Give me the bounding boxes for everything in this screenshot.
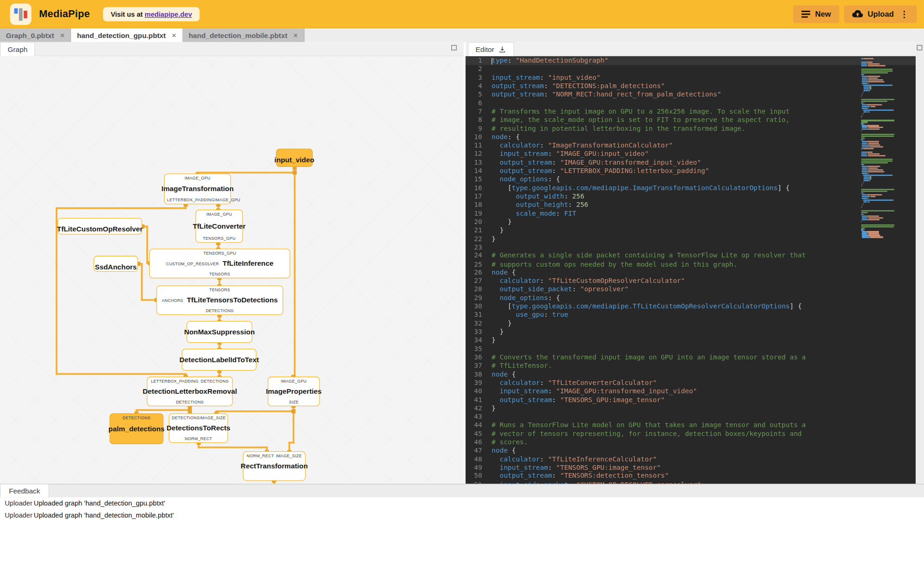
code-line[interactable]: 51 input_side_packet: "CUSTOM_OP_RESOLVE… — [466, 480, 916, 484]
graph-node[interactable]: TENSORSANCHORSTfLiteTensorsToDetectionsD… — [156, 285, 283, 315]
code-line[interactable]: 8# image, the scale_mode option is set t… — [466, 116, 916, 125]
code-line[interactable]: 47node { — [466, 447, 916, 455]
code-line[interactable]: 25# supports custom ops needed by the mo… — [466, 260, 916, 269]
tab-graph[interactable]: Graph — [0, 42, 35, 57]
code-line[interactable]: 36# Converts the transformed input image… — [466, 353, 916, 362]
download-icon[interactable] — [498, 45, 507, 54]
code-line[interactable]: 33 } — [466, 328, 916, 336]
code-line[interactable]: 13 output_stream: "IMAGE_GPU:transformed… — [466, 159, 916, 167]
file-tab[interactable]: Graph_0.pbtxt× — [0, 28, 71, 42]
line-number: 42 — [466, 404, 492, 413]
code-line[interactable]: 34} — [466, 337, 916, 345]
code-line[interactable]: 26node { — [466, 269, 916, 277]
editor-minimap[interactable] — [861, 58, 910, 238]
minimap-line — [861, 178, 910, 179]
close-tab-icon[interactable]: × — [293, 31, 298, 39]
code-line[interactable]: 40 input_stream: "IMAGE_GPU:transformed_… — [466, 387, 916, 396]
new-button[interactable]: New — [793, 5, 839, 23]
code-line[interactable]: 38node { — [466, 371, 916, 379]
graph-node[interactable]: IMAGE_GPUImageTransformationLETTERBOX_PA… — [164, 173, 231, 204]
minimap-line — [861, 138, 910, 139]
code-line[interactable]: 46# scores. — [466, 438, 916, 447]
graph-node[interactable]: DetectionLabelIdToText — [182, 349, 257, 371]
code-line[interactable]: 43 — [466, 413, 916, 421]
code-line[interactable]: 9# resulting in potential letterboxing i… — [466, 125, 916, 133]
graph-canvas[interactable]: input_videoIMAGE_GPUImageTransformationL… — [0, 56, 464, 484]
code-line[interactable]: 31 use_gpu: true — [466, 311, 916, 320]
code-line[interactable]: 15 node_options: { — [466, 175, 916, 184]
code-line[interactable]: 17 output_width: 256 — [466, 192, 916, 201]
code-line[interactable]: 37# TfLiteTensor. — [466, 362, 916, 371]
line-number: 50 — [466, 472, 492, 480]
code-text: use_gpu: true — [492, 311, 568, 320]
maximize-editor-icon[interactable] — [917, 45, 922, 50]
close-tab-icon[interactable]: × — [60, 31, 64, 39]
upload-button[interactable]: Upload ⋮ — [844, 5, 917, 23]
line-number: 8 — [466, 116, 492, 125]
maximize-graph-icon[interactable] — [451, 45, 456, 50]
graph-node[interactable]: TENSORS_GPUCUSTOM_OP_RESOLVERTfLiteInfer… — [149, 249, 290, 278]
code-line[interactable]: 28 output_side_packet: "opresolver" — [466, 286, 916, 294]
graph-node[interactable]: IMAGE_GPUTfLiteConverterTENSORS_GPU — [195, 210, 243, 243]
file-tab[interactable]: hand_detection_gpu.pbtxt× — [71, 28, 183, 42]
code-line[interactable]: 12 input_stream: "IMAGE_GPU:input_video" — [466, 150, 916, 159]
code-line[interactable]: 29 node_options: { — [466, 294, 916, 302]
code-line[interactable]: 1type: "HandDetectionSubgraph" — [466, 57, 916, 65]
graph-node[interactable]: DETECTIONSIMAGE_SIZEDetectionsToRectsNOR… — [169, 413, 228, 443]
code-line[interactable]: 18 output_height: 256 — [466, 201, 916, 209]
code-line[interactable]: 10node: { — [466, 133, 916, 141]
minimap-line — [861, 203, 910, 205]
code-line[interactable]: 44# Runs a TensorFlow Lite model on GPU … — [466, 421, 916, 429]
code-line[interactable]: 41 output_stream: "TENSORS_GPU:image_ten… — [466, 396, 916, 404]
close-tab-icon[interactable]: × — [172, 31, 176, 39]
minimap-line — [861, 180, 910, 181]
mediapipe-dev-link[interactable]: mediapipe.dev — [145, 10, 192, 17]
minimap-line — [861, 83, 910, 84]
line-number: 36 — [466, 353, 492, 362]
more-options-icon[interactable]: ⋮ — [900, 9, 909, 19]
code-line[interactable]: 6 — [466, 99, 916, 108]
tab-feedback[interactable]: Feedback — [0, 485, 49, 498]
graph-node[interactable]: LETTERBOX_PADDINGDETECTIONSDetectionLett… — [147, 377, 233, 406]
code-line[interactable]: 49 input_stream: "TENSORS_GPU:image_tens… — [466, 464, 916, 472]
code-line[interactable]: 20 } — [466, 218, 916, 226]
graph-node[interactable]: IMAGE_GPUImagePropertiesSIZE — [268, 377, 320, 406]
code-line[interactable]: 2 — [466, 65, 916, 74]
graph-node[interactable]: NORM_RECTIMAGE_SIZERectTransformation — [243, 451, 306, 481]
code-line[interactable]: 11 calculator: "ImageTransformationCalcu… — [466, 141, 916, 150]
graph-node[interactable]: NonMaxSuppression — [186, 321, 252, 343]
code-line[interactable]: 35 — [466, 345, 916, 353]
code-line[interactable]: 4output_stream: "DETECTIONS:palm_detecti… — [466, 82, 916, 90]
minimap-line — [861, 95, 910, 96]
code-line[interactable]: 42} — [466, 404, 916, 413]
port-connector — [291, 409, 295, 413]
graph-node[interactable]: input_video — [276, 149, 313, 167]
minimap-line — [861, 88, 910, 90]
graph-node[interactable]: TfLiteCustomOpResolver — [58, 218, 142, 235]
code-line[interactable]: 7# Transforms the input image on GPU to … — [466, 108, 916, 116]
minimap-line — [861, 233, 910, 234]
code-line[interactable]: 45# vector of tensors representing, for … — [466, 430, 916, 438]
code-line[interactable]: 16 [type.googleapis.com/mediapipe.ImageT… — [466, 184, 916, 192]
code-line[interactable]: 19 scale_mode: FIT — [466, 210, 916, 218]
code-text: node { — [492, 371, 516, 379]
code-line[interactable]: 3input_stream: "input_video" — [466, 74, 916, 82]
code-line[interactable]: 22} — [466, 235, 916, 243]
minimap-line — [861, 106, 910, 107]
file-tab[interactable]: hand_detection_mobile.pbtxt× — [183, 28, 304, 42]
code-line[interactable]: 5output_stream: "NORM_RECT:hand_rect_fro… — [466, 91, 916, 99]
code-line[interactable]: 30 [type.googleapis.com/mediapipe.TfLite… — [466, 303, 916, 311]
graph-node[interactable]: SsdAnchors — [94, 256, 138, 272]
code-line[interactable]: 23 — [466, 243, 916, 252]
graph-node[interactable]: DETECTIONSpalm_detections — [109, 413, 163, 444]
code-line[interactable]: 27 calculator: "TfLiteCustomOpResolverCa… — [466, 277, 916, 286]
code-line[interactable]: 24# Generates a single side packet conta… — [466, 252, 916, 260]
code-line[interactable]: 50 output_stream: "TENSORS:detection_ten… — [466, 472, 916, 480]
code-line[interactable]: 32 } — [466, 320, 916, 328]
tab-editor[interactable]: Editor — [468, 42, 514, 57]
code-line[interactable]: 39 calculator: "TfLiteConverterCalculato… — [466, 379, 916, 387]
code-line[interactable]: 48 calculator: "TfLiteInferenceCalculato… — [466, 455, 916, 464]
code-line[interactable]: 21 } — [466, 226, 916, 235]
code-editor[interactable]: 1type: "HandDetectionSubgraph"23input_st… — [466, 56, 916, 484]
code-line[interactable]: 14 output_stream: "LETTERBOX_PADDING:let… — [466, 167, 916, 175]
